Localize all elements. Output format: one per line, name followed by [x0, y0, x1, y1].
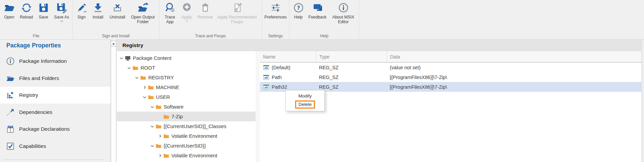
tree-item-machine[interactable]: MACHINE — [117, 82, 256, 92]
apply-plus-icon — [181, 2, 193, 13]
string-value-icon: ab — [263, 85, 269, 89]
sidebar-item-dependencies[interactable]: Dependencies — [0, 104, 111, 121]
value-type: REG_SZ — [316, 75, 387, 80]
tree-item-label: ROOT — [141, 65, 155, 71]
tree-item-currentusersid-classes[interactable]: [{CurrentUserSID}]_Classes — [117, 121, 256, 131]
group-label-settings: Settings — [262, 34, 289, 38]
checkbox-check-icon — [6, 142, 15, 151]
svg-text:?: ? — [297, 5, 300, 11]
chevron-down-icon[interactable] — [134, 75, 140, 80]
feedback-button[interactable]: Feedback — [307, 2, 329, 19]
about-msix-editor-button[interactable]: About MSIX Editor — [329, 2, 358, 24]
sidebar-package-properties: Package Properties Package Information F… — [0, 40, 111, 162]
sidebar-item-label: Package Declarations — [19, 126, 70, 132]
tree-item-user[interactable]: USER — [117, 92, 256, 102]
chevron-right-icon[interactable] — [157, 153, 163, 158]
column-header-data[interactable]: Data — [387, 51, 641, 62]
preferences-button[interactable]: Preferences — [263, 2, 289, 19]
value-name: Path32 — [272, 84, 287, 90]
registry-icon — [6, 91, 15, 99]
chevron-down-icon[interactable] — [150, 124, 155, 129]
column-header-type[interactable]: Type — [316, 51, 387, 62]
chevron-down-icon[interactable] — [60, 20, 63, 22]
computer-icon — [125, 55, 131, 61]
tree-scrollbar-track[interactable] — [256, 51, 260, 162]
tree-item-volatile-environment[interactable]: Volatile Environment — [117, 151, 256, 160]
table-row-default[interactable]: ab (Default) REG_SZ (value not set) — [260, 63, 641, 72]
tree-item-label: [{CurrentUserSID}] — [164, 143, 206, 149]
tree-item-label: [{CurrentUserSID}]_Classes — [164, 123, 226, 129]
remove-button[interactable]: Remove — [196, 2, 215, 19]
tree-item-7-zip[interactable]: 7-Zip — [117, 112, 256, 121]
trace-app-button[interactable]: Trace App — [162, 2, 178, 24]
ribbon-group-trace-fixups: Trace App Apply Remo — [159, 0, 262, 39]
chevron-down-icon[interactable] — [150, 143, 155, 149]
feedback-bubble-icon — [312, 2, 323, 13]
save-button[interactable]: Save — [35, 2, 52, 19]
chevron-down-icon[interactable] — [142, 94, 147, 100]
folder-icon — [163, 153, 169, 158]
folder-icon — [156, 143, 162, 149]
chevron-right-icon[interactable] — [157, 133, 163, 139]
column-header-name[interactable]: Name — [260, 51, 316, 62]
sign-button[interactable]: Sign — [74, 2, 89, 19]
tree-item-currentusersid[interactable]: [{CurrentUserSID}] — [117, 141, 256, 151]
sidebar-item-capabilities[interactable]: Capabilities — [0, 138, 111, 155]
chevron-down-icon[interactable] — [119, 55, 124, 61]
tree-item-volatile-environment[interactable]: Volatile Environment — [117, 131, 256, 141]
install-button[interactable]: Install — [89, 2, 107, 19]
folder-icon — [140, 75, 146, 80]
string-value-icon: ab — [263, 75, 269, 80]
tree-item-label: Package Content — [133, 55, 171, 61]
open-output-folder-button[interactable]: Open Output Folder — [128, 2, 158, 24]
table-header: Name Type Data — [260, 51, 641, 63]
chevron-down-icon[interactable] — [126, 65, 132, 71]
folder-icon — [163, 114, 169, 119]
sidebar-title: Package Properties — [6, 42, 61, 49]
gift-box-icon — [6, 125, 15, 133]
save-as-button[interactable]: Save As — [52, 2, 71, 22]
window-right-scrollbar-strip[interactable] — [641, 40, 644, 162]
value-name: Path — [272, 75, 282, 80]
value-name: (Default) — [272, 65, 290, 70]
scrollbar-up-button[interactable] — [111, 41, 116, 46]
reload-button[interactable]: Reload — [18, 2, 35, 19]
sidebar-item-label: Capabilities — [19, 143, 46, 149]
uninstall-button[interactable]: Uninstall — [107, 2, 128, 19]
save-icon — [38, 2, 49, 13]
highlight-box: Delete — [295, 100, 315, 109]
msix-editor-window: Open Reload Save — [0, 0, 644, 162]
chevron-right-icon[interactable] — [142, 85, 147, 90]
open-button[interactable]: Open — [1, 2, 18, 19]
group-label-file: File — [0, 34, 72, 38]
help-button[interactable]: ? Help — [290, 2, 307, 19]
page-title-bar: Registry — [117, 40, 641, 51]
chevron-down-icon[interactable] — [185, 20, 189, 22]
value-data: [{ProgramFilesX86}]\7-Zip\ — [387, 84, 641, 90]
info-circle-icon — [6, 57, 15, 66]
tree-item-package-content[interactable]: Package Content — [117, 53, 256, 63]
apply-button[interactable]: Apply — [178, 2, 196, 22]
context-menu-item-modify[interactable]: Modify — [286, 91, 324, 100]
sidebar-item-package-declarations[interactable]: Package Declarations — [0, 121, 111, 137]
tree-item-registry[interactable]: REGISTRY — [117, 73, 256, 82]
reload-icon — [21, 2, 32, 13]
tree-item-software[interactable]: Software — [117, 102, 256, 112]
tree-item-label: MACHINE — [156, 84, 179, 90]
tree-item-root[interactable]: ROOT — [117, 63, 256, 73]
sidebar-scrollbar[interactable] — [111, 40, 116, 162]
tree-item-label: Software — [164, 104, 183, 110]
triangle-up-icon — [112, 43, 115, 45]
value-type: REG_SZ — [316, 84, 387, 90]
sidebar-item-registry[interactable]: Registry — [0, 87, 111, 104]
apply-recommended-fixups-button[interactable]: Apply Recommended Fixups — [215, 2, 259, 24]
tree-item-label: Volatile Environment — [171, 153, 217, 158]
tree-item-label: USER — [156, 94, 170, 100]
trash-icon — [200, 2, 211, 13]
chevron-down-icon[interactable] — [150, 104, 155, 110]
sidebar-item-package-information[interactable]: Package Information — [0, 53, 111, 70]
table-row-path[interactable]: ab Path REG_SZ [{ProgramFilesX86}]\7-Zip… — [260, 72, 641, 82]
sidebar-item-files-and-folders[interactable]: Files and Folders — [0, 70, 111, 87]
sliders-icon — [270, 2, 281, 13]
context-menu-item-delete[interactable]: Delete — [286, 100, 324, 109]
